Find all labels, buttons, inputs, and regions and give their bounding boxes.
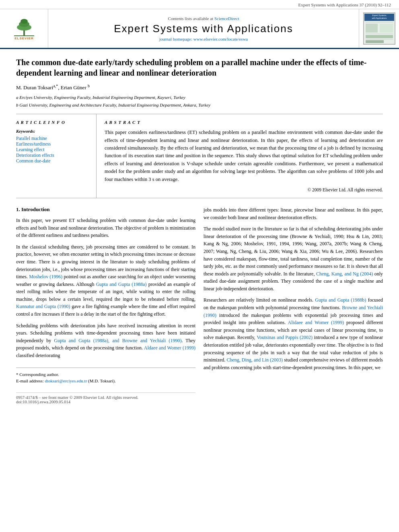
ref-kunnatur1990[interactable]: Kunnatur and Gupta (1990) (16, 304, 70, 309)
article-content: The common due-date early/tardy scheduli… (0, 49, 399, 412)
intro-para-3: Scheduling problems with deterioration j… (16, 322, 195, 359)
doi-line: doi:10.1016/j.eswa.2009.05.014 (16, 400, 195, 404)
keyword-3[interactable]: Learning effect (16, 147, 90, 152)
cover-svg: Expert Systems with Applications (364, 13, 395, 44)
affiliation2: b Gazi University, Engineering and Archi… (16, 102, 383, 109)
svg-text:Expert Systems: Expert Systems (372, 14, 387, 16)
body-columns: 1. Introduction In this paper, we presen… (16, 206, 383, 404)
footnote-corresponding: * Corresponding author. (16, 371, 195, 378)
page-wrapper: Expert Systems with Applications 37 (201… (0, 0, 399, 412)
article-info-heading: A R T I C L E I N F O (16, 120, 90, 125)
ref-gupta1988a-1[interactable]: Gupta and Gupta (1988a) (96, 281, 147, 287)
elsevier-logo: ELSEVIER (6, 17, 42, 40)
copyright-line: © 2009 Elsevier Ltd. All rights reserved… (105, 187, 383, 192)
ref-alidaee1999[interactable]: Alidaee and Womer (1999) (288, 320, 344, 325)
author2-link[interactable]: Ertan Güner (61, 84, 86, 90)
svg-rect-16 (366, 40, 384, 43)
right-column: jobs models into three different types: … (204, 206, 383, 404)
ref-moshelov1996[interactable]: Moshelov (1996) (29, 274, 62, 279)
affiliation1: a Erciyes University, Engineering Facult… (16, 94, 383, 101)
svg-point-3 (21, 19, 28, 24)
introduction-heading: 1. Introduction (16, 206, 195, 213)
article-info-abstract-container: A R T I C L E I N F O Keywords: Parallel… (16, 114, 383, 198)
author2-sup: b (88, 84, 90, 88)
ref-browne1990[interactable]: Browne and Yechiali (1990) (204, 305, 383, 318)
sciencedirect-line: Contents lists available at ScienceDirec… (168, 16, 239, 21)
elsevier-logo-section: ELSEVIER (0, 9, 48, 48)
section-num: 1. Introduction (16, 206, 50, 212)
journal-header-center: Contents lists available at ScienceDirec… (48, 9, 359, 48)
right-para-3: Researchers are relatively limited on no… (204, 296, 383, 371)
affiliations: a Erciyes University, Engineering Facult… (16, 94, 383, 108)
right-para-1: jobs models into three different types: … (204, 206, 383, 221)
ref-voutsinas2002[interactable]: Voutsinas and Pappis (2002) (257, 335, 313, 340)
top-bar: Expert Systems with Applications 37 (201… (0, 0, 399, 9)
ref-aldaee1999[interactable]: Aldaee and Womer (1999) (144, 345, 195, 351)
svg-rect-14 (366, 35, 393, 38)
svg-text:with Applications: with Applications (372, 17, 387, 19)
ref-gupta1988a-2[interactable]: Gupta and Gupta (1988a), and Browne and … (54, 338, 181, 343)
keyword-1[interactable]: Parallel machine (16, 136, 90, 141)
issn-line: 0957-4174/$ – see front matter © 2009 El… (16, 395, 195, 400)
article-info-panel: A R T I C L E I N F O Keywords: Parallel… (16, 114, 97, 198)
journal-title-display: Expert Systems with Applications (114, 23, 293, 35)
footnote-email: E-mail address: dtoksari@erciyes.edu.tr … (16, 378, 195, 384)
svg-rect-11 (366, 24, 378, 33)
authors-line: M. Duran Toksaria,*, Ertan Güner b (16, 84, 383, 91)
bottom-bar: 0957-4174/$ – see front matter © 2009 El… (16, 392, 195, 404)
ref-gupta1988b[interactable]: Gupta and Gupta (1988b) (315, 297, 366, 303)
svg-rect-12 (380, 24, 393, 33)
intro-para-1: In this paper, we present ET scheduling … (16, 217, 195, 239)
keywords-label: Keywords: (16, 129, 90, 134)
author1-sup: a,* (53, 84, 58, 88)
elsevier-logo-svg: ELSEVIER (6, 17, 42, 40)
footnote-section: * Corresponding author. E-mail address: … (16, 368, 195, 384)
journal-cover-section: Expert Systems with Applications (359, 9, 399, 48)
keyword-4[interactable]: Deterioration effects (16, 153, 90, 158)
sciencedirect-link[interactable]: ScienceDirect (214, 16, 239, 21)
homepage-url: www.elsevier.com/locate/eswa (193, 37, 248, 41)
abstract-panel: A B S T R A C T This paper considers ear… (97, 114, 383, 198)
journal-citation: Expert Systems with Applications 37 (201… (298, 2, 391, 7)
left-column: 1. Introduction In this paper, we presen… (16, 206, 195, 404)
svg-text:ELSEVIER: ELSEVIER (14, 37, 34, 40)
journal-cover-thumbnail: Expert Systems with Applications (363, 12, 395, 45)
journal-homepage-line: journal homepage: www.elsevier.com/locat… (159, 37, 248, 41)
intro-para-2: In the classical scheduling theory, job … (16, 243, 195, 318)
right-para-2: The model studied more in the literature… (204, 225, 383, 292)
author1-link[interactable]: M. Duran Toksari (16, 84, 53, 90)
keyword-5[interactable]: Common due-date (16, 158, 90, 163)
ref-cheng2003[interactable]: Cheng, Ding, and Lin (2003) (226, 357, 283, 363)
abstract-text: This paper considers earliness/tardiness… (105, 129, 383, 183)
ref-cheng2004[interactable]: Cheng, Kang, and Ng (2004) (316, 271, 373, 277)
email-link[interactable]: dtoksari@erciyes.edu.tr (45, 378, 87, 383)
keyword-2[interactable]: Earliness/tardiness (16, 142, 90, 146)
article-title: The common due-date early/tardy scheduli… (16, 57, 383, 78)
abstract-heading: A B S T R A C T (105, 120, 383, 125)
svg-rect-4 (14, 35, 34, 36)
journal-header: ELSEVIER Contents lists available at Sci… (0, 9, 399, 49)
